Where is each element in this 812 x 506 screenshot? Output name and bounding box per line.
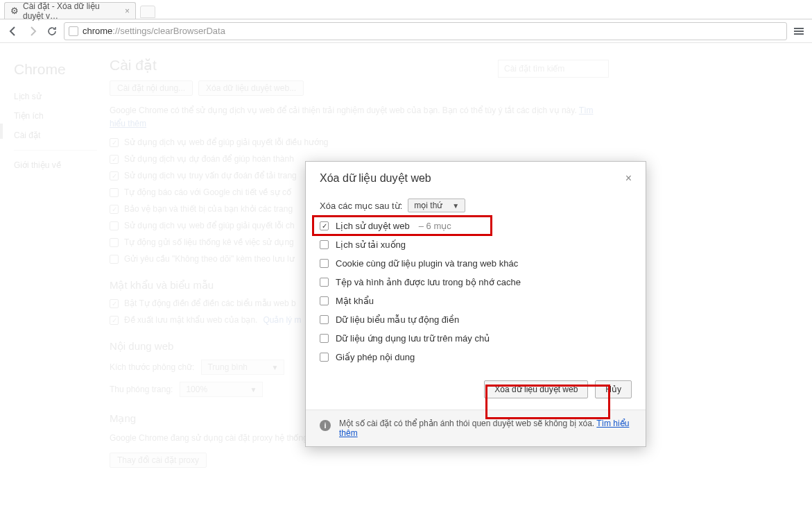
sidebar-item-settings[interactable]: Cài đặt: [14, 130, 97, 140]
font-size-label: Kích thước phông chữ:: [110, 362, 194, 372]
clear-option-row: Tệp và hình ảnh được lưu trong bộ nhớ ca…: [320, 277, 632, 287]
clear-option-row: Dữ liệu ứng dụng lưu trữ trên máy chủ: [320, 333, 632, 344]
checkbox[interactable]: [320, 315, 329, 324]
clear-data-confirm-button[interactable]: Xóa dữ liệu duyệt web: [484, 380, 588, 398]
back-button[interactable]: [6, 24, 21, 39]
option-label: Dữ liệu ứng dụng lưu trữ trên máy chủ: [336, 333, 490, 344]
dialog-header: Xóa dữ liệu duyệt web ×: [306, 162, 646, 187]
forward-button[interactable]: [25, 24, 40, 39]
reload-button[interactable]: [44, 24, 60, 39]
url-host: ://settings: [112, 26, 151, 36]
sidebar-item-extensions[interactable]: Tiện ích: [14, 111, 97, 121]
checkbox[interactable]: [110, 238, 119, 247]
checkbox-label: Sử dụng dịch vụ web để giúp giải quyết l…: [124, 137, 328, 147]
checkbox[interactable]: [110, 316, 119, 325]
option-label: Mật khẩu: [336, 296, 374, 306]
svg-rect-0: [794, 28, 804, 29]
close-tab-icon[interactable]: ×: [125, 6, 130, 16]
page-zoom-select[interactable]: 100%▼: [180, 382, 263, 397]
clear-option-row: Cookie cùng dữ liệu plugin và trang web …: [320, 258, 632, 269]
checkbox[interactable]: [110, 221, 119, 230]
manage-link[interactable]: Quản lý m: [263, 315, 301, 325]
option-label: Lịch sử duyệt web: [336, 221, 410, 231]
close-icon[interactable]: ×: [625, 172, 632, 185]
checkbox-label: Gửi yêu cầu "Không theo dõi" kèm theo lư…: [124, 254, 295, 264]
sidebar-separator: [14, 150, 97, 151]
checkbox[interactable]: [320, 278, 329, 287]
checkbox[interactable]: [110, 171, 119, 180]
settings-page: Chrome Lịch sử Tiện ích Cài đặt Giới thi…: [0, 43, 812, 506]
address-bar[interactable]: chrome://settings/clearBrowserData: [64, 22, 787, 40]
dialog-footer: i Một số cài đặt có thể phản ánh thói qu…: [306, 410, 646, 446]
footer-text: Một số cài đặt có thể phản ánh thói quen…: [339, 419, 632, 438]
url-path: /clearBrowserData: [151, 26, 225, 36]
checkbox[interactable]: [320, 353, 329, 362]
clear-browsing-data-button[interactable]: Xóa dữ liệu duyệt web...: [198, 81, 304, 96]
checkbox[interactable]: [320, 259, 329, 268]
checkbox[interactable]: [110, 255, 119, 264]
checkbox[interactable]: [110, 138, 119, 147]
option-extra: – 6 mục: [419, 221, 451, 231]
privacy-buttons: Cài đặt nội dung... Xóa dữ liệu duyệt we…: [110, 81, 609, 96]
settings-search-input[interactable]: Cài đặt tìm kiếm: [498, 60, 609, 78]
brand-title: Chrome: [14, 61, 97, 78]
obliterate-from-label: Xóa các mục sau từ:: [320, 201, 402, 211]
page-zoom-label: Thu phóng trang:: [110, 385, 173, 394]
obliterate-from-row: Xóa các mục sau từ: mọi thứ ▼: [320, 199, 632, 212]
tab-title: Cài đặt - Xóa dữ liệu duyệt v…: [23, 1, 119, 21]
option-label: Dữ liệu biểu mẫu tự động điền: [336, 314, 459, 325]
url-scheme: chrome: [83, 26, 112, 36]
time-range-select[interactable]: mọi thứ ▼: [408, 199, 465, 212]
option-label: Giấy phép nội dung: [336, 352, 415, 362]
checkbox-label: Bật Tự động điền để điền các biểu mẫu we…: [124, 298, 296, 308]
clear-option-row: Giấy phép nội dung: [320, 352, 632, 362]
checkbox[interactable]: [320, 221, 329, 230]
checkbox[interactable]: [320, 334, 329, 343]
browser-menu-icon[interactable]: [791, 24, 806, 39]
content-settings-button[interactable]: Cài đặt nội dung...: [110, 81, 193, 96]
sidebar-item-about[interactable]: Giới thiệu về: [14, 160, 97, 170]
checkbox-label: Tự động báo cáo với Google chi tiết về s…: [124, 187, 291, 197]
page-icon: [69, 26, 78, 36]
browser-toolbar: chrome://settings/clearBrowserData: [0, 19, 812, 43]
checkbox[interactable]: [110, 188, 119, 197]
new-tab-button[interactable]: [140, 6, 155, 18]
checkbox[interactable]: [110, 299, 119, 308]
clear-option-row: Mật khẩu: [320, 296, 632, 306]
gear-icon: ⚙: [10, 6, 19, 16]
clear-option-row: Lịch sử duyệt web– 6 mục: [320, 221, 632, 231]
privacy-checkbox-row: Sử dụng dịch vụ web để giúp giải quyết l…: [110, 137, 609, 147]
clear-browsing-data-dialog: Xóa dữ liệu duyệt web × Xóa các mục sau …: [305, 161, 646, 447]
checkbox-label: Sử dụng dịch vụ web để giúp giải quyết l…: [124, 221, 295, 230]
chevron-down-icon: ▼: [452, 202, 459, 210]
browser-tab-strip: ⚙ Cài đặt - Xóa dữ liệu duyệt v… ×: [0, 0, 812, 19]
checkbox-label: Sử dụng dịch vụ dự đoán để giúp hoàn thà…: [124, 154, 294, 164]
svg-rect-1: [794, 31, 804, 32]
font-size-select[interactable]: Trung bình▼: [201, 360, 284, 375]
checkbox-label: Sử dụng dịch vụ truy vấn dự đoán để tải …: [124, 171, 297, 180]
checkbox[interactable]: [110, 155, 119, 164]
chevron-down-icon: ▼: [250, 386, 257, 394]
checkbox[interactable]: [110, 205, 119, 214]
sidebar-active-indicator: [0, 124, 3, 139]
clear-option-row: Lịch sử tải xuống: [320, 239, 632, 250]
browser-tab[interactable]: ⚙ Cài đặt - Xóa dữ liệu duyệt v… ×: [4, 2, 136, 19]
dialog-title: Xóa dữ liệu duyệt web: [320, 171, 431, 185]
checkbox-label: Tự động gửi số liệu thống kê về việc sử …: [124, 237, 294, 247]
clear-option-row: Dữ liệu biểu mẫu tự động điền: [320, 314, 632, 325]
checkbox[interactable]: [320, 296, 329, 305]
privacy-description: Google Chrome có thể sử dụng dịch vụ web…: [110, 104, 609, 130]
option-label: Cookie cùng dữ liệu plugin và trang web …: [336, 258, 518, 269]
cancel-button[interactable]: Hủy: [595, 380, 632, 398]
checkbox-label: Đề xuất lưu mật khẩu web của bạn.: [124, 315, 257, 325]
dialog-body: Xóa các mục sau từ: mọi thứ ▼ Lịch sử du…: [306, 187, 646, 373]
checkbox-label: Bảo vệ bạn và thiết bị của bạn khỏi các …: [124, 204, 293, 214]
sidebar-item-history[interactable]: Lịch sử: [14, 92, 97, 101]
dialog-actions: Xóa dữ liệu duyệt web Hủy: [306, 373, 646, 410]
info-icon: i: [320, 420, 331, 431]
change-proxy-button[interactable]: Thay đổi cài đặt proxy: [110, 453, 207, 468]
svg-rect-2: [794, 33, 804, 35]
sidebar: Chrome Lịch sử Tiện ích Cài đặt Giới thi…: [14, 61, 97, 180]
option-label: Tệp và hình ảnh được lưu trong bộ nhớ ca…: [336, 277, 521, 287]
checkbox[interactable]: [320, 240, 329, 249]
